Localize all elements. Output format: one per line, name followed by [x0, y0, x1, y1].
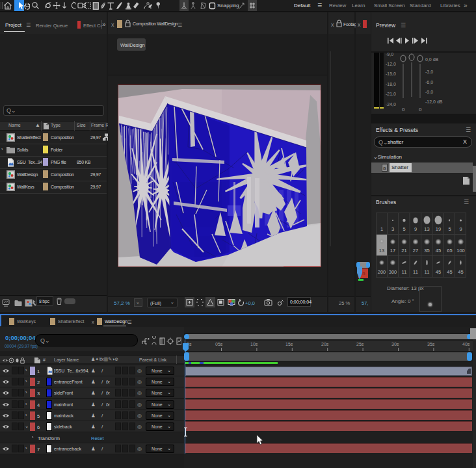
svg-text:35: 35: [424, 248, 429, 254]
svg-text:65: 65: [447, 248, 452, 254]
svg-text:3: 3: [391, 226, 394, 232]
svg-text:19: 19: [436, 226, 441, 232]
svg-text:0: 0: [402, 107, 405, 112]
svg-text:45: 45: [458, 269, 463, 275]
svg-text:100: 100: [456, 248, 465, 254]
svg-text:45: 45: [447, 269, 452, 275]
svg-text:300: 300: [389, 269, 397, 275]
svg-text:9: 9: [459, 226, 462, 232]
svg-text:45: 45: [436, 269, 441, 275]
svg-text:1: 1: [380, 226, 383, 232]
svg-text:17: 17: [390, 248, 395, 254]
svg-text:45: 45: [436, 248, 441, 254]
svg-text:200: 200: [378, 269, 386, 275]
svg-text:13: 13: [424, 226, 429, 232]
svg-text:11: 11: [425, 269, 430, 275]
svg-text:21: 21: [401, 248, 406, 254]
svg-text:11: 11: [413, 269, 418, 275]
svg-text:5: 5: [403, 226, 405, 232]
svg-text:11: 11: [402, 269, 407, 275]
svg-text:0: 0: [419, 107, 422, 112]
svg-text:13: 13: [379, 248, 384, 254]
svg-text:27: 27: [413, 248, 418, 254]
svg-text:5: 5: [448, 226, 451, 232]
svg-text:9: 9: [414, 226, 417, 232]
